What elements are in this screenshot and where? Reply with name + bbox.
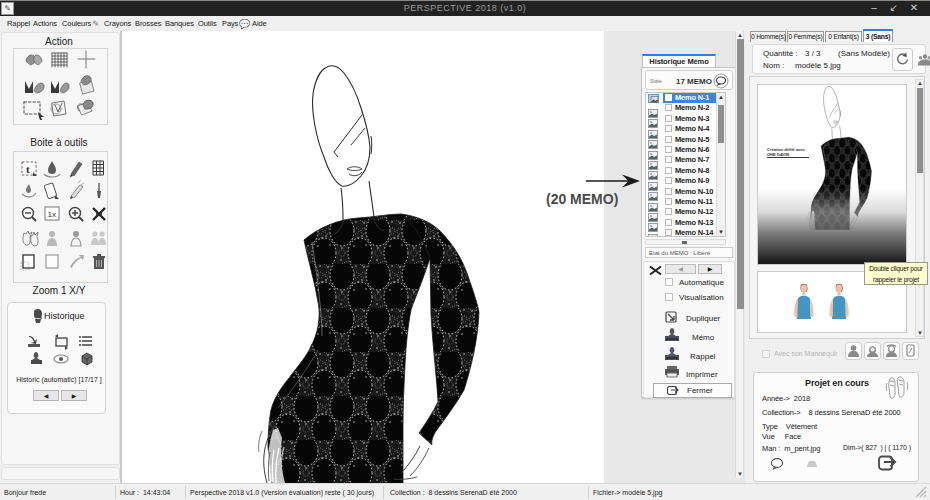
svg-text:t: t	[26, 163, 30, 175]
svg-text:1x: 1x	[48, 210, 56, 219]
